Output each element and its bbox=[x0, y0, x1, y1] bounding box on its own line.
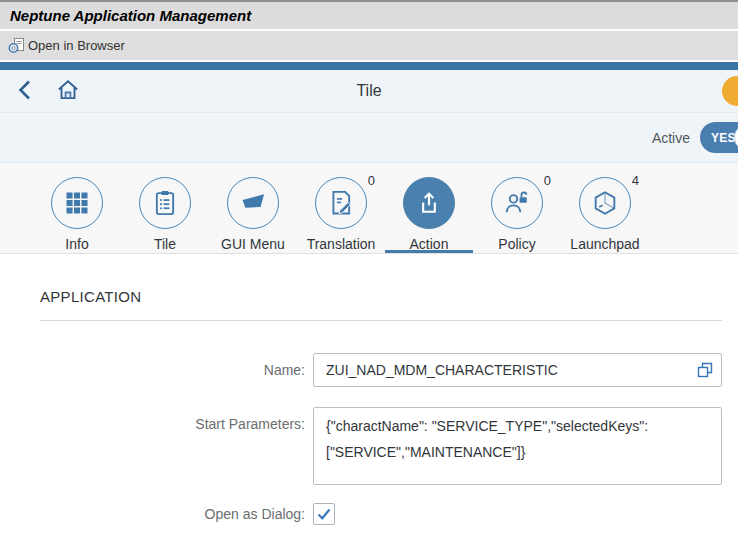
start-parameters-textarea[interactable]: {"charactName": "SERVICE_TYPE","selected… bbox=[313, 407, 722, 485]
icon-tab-bar: Info Tile bbox=[0, 163, 738, 254]
form-content: APPLICATION Name: ZUI_NAD_MDM_CHARACTERI… bbox=[0, 254, 738, 525]
gui-toolbar: Open in Browser bbox=[0, 31, 738, 60]
tab-count: 0 bbox=[368, 173, 375, 188]
section-divider bbox=[40, 320, 722, 321]
window-titlebar: Neptune Application Management bbox=[0, 0, 738, 29]
tab-policy[interactable]: 0 Policy bbox=[473, 163, 561, 253]
toggle-knob-icon bbox=[734, 124, 738, 151]
tab-launchpad[interactable]: 4 Launchpad bbox=[561, 163, 649, 253]
tab-label: Info bbox=[65, 236, 88, 252]
hexagon-box-icon bbox=[579, 177, 631, 229]
chevron-left-icon bbox=[14, 78, 38, 102]
navigation-bar: Tile bbox=[0, 70, 738, 113]
tab-label: Tile bbox=[154, 236, 176, 252]
header-accent-bar bbox=[0, 62, 738, 70]
name-input[interactable]: ZUI_NAD_MDM_CHARACTERISTIC bbox=[313, 353, 722, 387]
app-window: Neptune Application Management Open in B… bbox=[0, 0, 738, 548]
page-title: Tile bbox=[0, 82, 738, 100]
tab-label: Policy bbox=[498, 236, 535, 252]
back-button[interactable] bbox=[12, 76, 40, 106]
tab-translation[interactable]: 0 Translation bbox=[297, 163, 385, 253]
window-title: Neptune Application Management bbox=[10, 7, 251, 24]
section-title: APPLICATION bbox=[40, 288, 722, 305]
gui-menu-icon bbox=[227, 177, 279, 229]
open-as-dialog-row: Open as Dialog: bbox=[40, 503, 722, 525]
name-label: Name: bbox=[40, 353, 305, 387]
active-label: Active bbox=[652, 130, 690, 146]
person-unlock-icon bbox=[491, 177, 543, 229]
tab-tile[interactable]: Tile bbox=[121, 163, 209, 253]
home-button[interactable] bbox=[52, 76, 84, 106]
tab-action[interactable]: Action bbox=[385, 163, 473, 253]
home-icon bbox=[55, 77, 81, 103]
share-icon bbox=[403, 177, 455, 229]
tab-label: GUI Menu bbox=[221, 236, 285, 252]
avatar[interactable] bbox=[722, 76, 738, 106]
checkmark-icon bbox=[316, 506, 332, 522]
value-help-icon[interactable] bbox=[697, 362, 713, 378]
start-parameters-label: Start Parameters: bbox=[40, 407, 305, 485]
tab-count: 4 bbox=[632, 173, 639, 188]
tab-info[interactable]: Info bbox=[33, 163, 121, 253]
tab-label: Translation bbox=[307, 236, 376, 252]
name-value: ZUI_NAD_MDM_CHARACTERISTIC bbox=[326, 362, 558, 378]
active-toggle-value: YES bbox=[700, 131, 736, 145]
grid-icon bbox=[51, 177, 103, 229]
active-row: Active YES bbox=[0, 113, 738, 163]
document-edit-icon bbox=[315, 177, 367, 229]
tab-label: Action bbox=[410, 236, 449, 252]
open-as-dialog-checkbox[interactable] bbox=[313, 503, 335, 525]
open-as-dialog-label: Open as Dialog: bbox=[40, 503, 305, 525]
active-toggle[interactable]: YES bbox=[700, 122, 738, 153]
clipboard-icon bbox=[139, 177, 191, 229]
tab-gui-menu[interactable]: GUI Menu bbox=[209, 163, 297, 253]
name-row: Name: ZUI_NAD_MDM_CHARACTERISTIC bbox=[40, 353, 722, 387]
open-in-browser-label: Open in Browser bbox=[28, 38, 125, 53]
open-in-browser-button[interactable]: Open in Browser bbox=[6, 35, 131, 56]
tab-label: Launchpad bbox=[570, 236, 639, 252]
start-parameters-row: Start Parameters: {"charactName": "SERVI… bbox=[40, 407, 722, 485]
browser-icon bbox=[8, 37, 25, 54]
tab-count: 0 bbox=[544, 173, 551, 188]
